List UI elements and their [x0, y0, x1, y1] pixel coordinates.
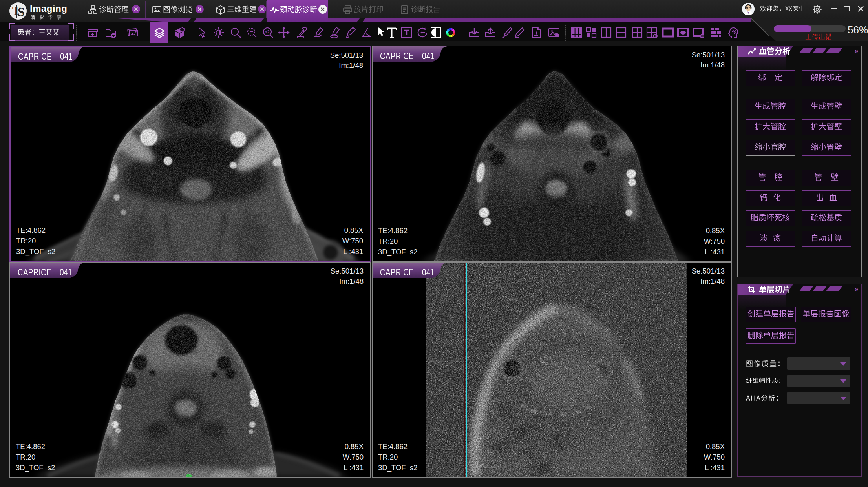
svg-text:x2: x2	[265, 29, 270, 34]
svg-text:S: S	[18, 5, 25, 19]
